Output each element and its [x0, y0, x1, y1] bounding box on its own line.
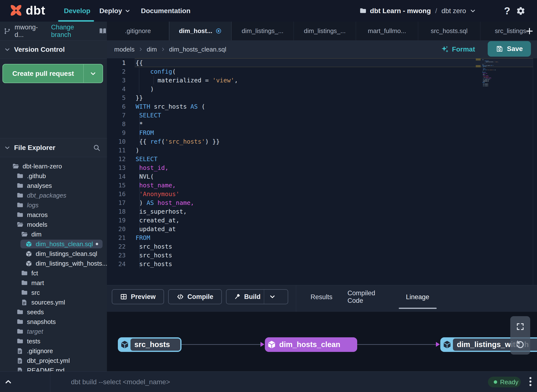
kebab-menu-icon[interactable] — [525, 376, 536, 387]
tree-item-dim-hosts-clean-sql[interactable]: dim_hosts_clean.sql — [0, 239, 107, 249]
lineage-graph[interactable]: src_hostsdim_hosts_cleandim_listings_wit… — [107, 312, 537, 371]
build-button[interactable]: Build — [226, 289, 288, 304]
current-branch[interactable]: mwong-d... — [15, 24, 45, 39]
code-line-22[interactable]: 22 src_hosts — [107, 242, 537, 251]
tree-item-logs[interactable]: logs — [0, 200, 107, 210]
code-line-18[interactable]: 18 is_superhost, — [107, 207, 537, 216]
code-text: }} — [136, 94, 143, 101]
version-control-header[interactable]: Version Control — [0, 40, 107, 59]
tab-dim-listings[interactable]: dim_listings_... — [232, 22, 294, 40]
tree-item-fct[interactable]: fct — [0, 268, 107, 278]
code-text: updated_at — [136, 226, 176, 233]
code-line-3[interactable]: 3 materialized = 'view', — [107, 76, 537, 85]
line-number: 17 — [107, 199, 126, 206]
tree-item-readme-md[interactable]: README.md — [0, 366, 107, 371]
code-line-7[interactable]: 7 SELECT — [107, 111, 537, 120]
code-line-2[interactable]: 2 config( — [107, 67, 537, 76]
settings-button[interactable] — [516, 0, 525, 22]
code-line-11[interactable]: 11) — [107, 146, 537, 155]
sparkles-icon — [440, 45, 449, 54]
code-line-19[interactable]: 19 created_at, — [107, 216, 537, 225]
tab-label: dim_listings_... — [242, 27, 284, 35]
breadcrumb-dim[interactable]: dim — [147, 46, 157, 53]
lineage-node-src-hosts[interactable]: src_hosts — [118, 337, 182, 352]
code-line-9[interactable]: 9 FROM — [107, 128, 537, 137]
tree-item-dbt-project-yml[interactable]: dbt_project.yml — [0, 356, 107, 366]
panel-tab-results[interactable]: Results — [311, 285, 332, 309]
tree-item-label: snapshots — [27, 318, 56, 326]
fullscreen-button[interactable] — [510, 318, 530, 336]
code-line-14[interactable]: 14 NVL( — [107, 172, 537, 181]
tree-item-github[interactable]: .github — [0, 171, 107, 181]
code-line-4[interactable]: 4 ) — [107, 85, 537, 93]
code-line-21[interactable]: 21FROM — [107, 233, 537, 242]
code-editor[interactable]: 1{{2 config(3 materialized = 'view',4 )5… — [107, 58, 537, 285]
minimap[interactable]: {{ config( materialized = 'view', )}}WIT… — [482, 59, 519, 87]
grid-icon — [120, 293, 127, 300]
code-line-8[interactable]: 8 * — [107, 120, 537, 128]
build-dropdown[interactable] — [264, 290, 281, 304]
format-button[interactable]: Format — [440, 40, 475, 58]
help-button[interactable]: ? — [504, 0, 510, 22]
file-explorer-header[interactable]: File Explorer — [0, 138, 107, 157]
tree-item-src[interactable]: src — [0, 288, 107, 297]
tree-item-sources-yml[interactable]: sources.yml — [0, 297, 107, 307]
tab-mart-fullmo[interactable]: mart_fullmo... — [356, 22, 418, 40]
tree-item-tests[interactable]: tests — [0, 336, 107, 346]
nav-documentation[interactable]: Documentation — [141, 0, 191, 22]
book-icon[interactable] — [99, 27, 107, 35]
change-branch-link[interactable]: Change branch — [51, 24, 93, 39]
reset-view-button[interactable] — [510, 336, 530, 354]
code-line-6[interactable]: 6WITH src_hosts AS ( — [107, 102, 537, 111]
tab-dim-host[interactable]: dim_host... — [169, 22, 232, 40]
tab-dim-listings[interactable]: dim_listings_... — [294, 22, 356, 40]
panel-tab-compiled-code[interactable]: Compiled Code — [347, 285, 391, 309]
nav-develop[interactable]: Develop — [64, 0, 90, 22]
tree-item-models[interactable]: models — [0, 220, 107, 229]
tab-gitignore[interactable]: .gitignore — [107, 22, 169, 40]
tree-item-mart[interactable]: mart — [0, 278, 107, 288]
lineage-node-dim-hosts-clean[interactable]: dim_hosts_clean — [265, 337, 357, 352]
tree-item-dim-listings-with-hosts[interactable]: dim_listings_with_hosts... — [0, 259, 107, 268]
tree-item-label: dim_listings_clean.sql — [36, 250, 97, 258]
code-line-13[interactable]: 13 host_id, — [107, 163, 537, 172]
code-line-10[interactable]: 10 {{ ref('src_hosts') }} — [107, 137, 537, 146]
panel-tab-lineage[interactable]: Lineage — [407, 285, 428, 309]
search-icon[interactable] — [93, 144, 101, 152]
line-number: 13 — [107, 164, 126, 171]
breadcrumb-models[interactable]: models — [114, 46, 135, 53]
tree-item-gitignore[interactable]: .gitignore — [0, 346, 107, 356]
breadcrumb-dim-hosts-clean-sql[interactable]: dim_hosts_clean.sql — [169, 46, 226, 53]
dbt-logo[interactable]: dbt — [9, 3, 45, 17]
new-tab-button[interactable] — [525, 22, 534, 40]
code-line-12[interactable]: 12SELECT — [107, 155, 537, 163]
code-line-15[interactable]: 15 host_name, — [107, 181, 537, 190]
code-line-23[interactable]: 23 src_hosts — [107, 251, 537, 260]
code-line-24[interactable]: 24 src_hosts — [107, 260, 537, 268]
code-line-1[interactable]: 1{{ — [107, 58, 537, 67]
save-button[interactable]: Save — [488, 41, 531, 57]
tab-src-hosts-sql[interactable]: src_hosts.sql — [418, 22, 480, 40]
tree-item-label: .github — [27, 172, 46, 180]
nav-deploy[interactable]: Deploy — [99, 0, 131, 22]
expand-panel-button[interactable] — [4, 377, 13, 386]
tree-item-dbt-packages[interactable]: dbt_packages — [0, 191, 107, 200]
code-line-17[interactable]: 17 ) AS host_name, — [107, 198, 537, 207]
tree-item-dbt-learn-zero[interactable]: dbt-learn-zero — [0, 161, 107, 171]
tree-item-macros[interactable]: macros — [0, 210, 107, 220]
command-input[interactable]: dbt build --select <model_name> — [71, 372, 170, 392]
code-line-5[interactable]: 5}} — [107, 93, 537, 102]
tree-item-dim[interactable]: dim — [0, 229, 107, 239]
tree-item-dim-listings-clean-sql[interactable]: dim_listings_clean.sql — [0, 249, 107, 259]
project-selector[interactable]: dbt Learn - mwong / dbt zero — [359, 0, 476, 22]
code-line-20[interactable]: 20 updated_at — [107, 225, 537, 233]
compile-button[interactable]: Compile — [168, 289, 222, 304]
create-pr-dropdown[interactable] — [83, 64, 103, 83]
create-pull-request-button[interactable]: Create pull request — [2, 64, 103, 83]
tree-item-snapshots[interactable]: snapshots — [0, 317, 107, 327]
code-line-16[interactable]: 16 'Anonymous' — [107, 190, 537, 198]
tree-item-analyses[interactable]: analyses — [0, 181, 107, 191]
tree-item-target[interactable]: target — [0, 327, 107, 336]
tree-item-seeds[interactable]: seeds — [0, 307, 107, 317]
preview-button[interactable]: Preview — [112, 289, 164, 304]
